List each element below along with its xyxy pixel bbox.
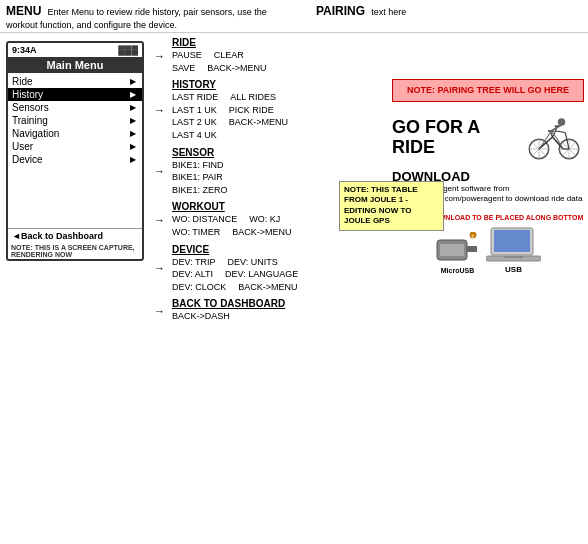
device-note: NOTE: THIS IS A SCREEN CAPTURE, RENDERIN…	[8, 243, 142, 259]
svg-line-23	[547, 131, 552, 139]
device-screen: 9:34A ▓▓▓ Main Menu Ride▶ History▶ Senso…	[6, 41, 144, 261]
ride-arrow: →	[154, 50, 165, 62]
history-title: HISTORY	[172, 79, 388, 90]
table-row: DEV: TRIPDEV: UNITS	[172, 256, 388, 269]
back-title: BACK TO DASHBOARD	[172, 298, 388, 309]
header-pairing-section: PAIRING text here	[316, 4, 406, 18]
sensor-arrow: →	[154, 165, 165, 177]
device-menu-item-training[interactable]: Training▶	[8, 114, 142, 127]
svg-line-14	[556, 131, 566, 133]
pairing-header-title: PAIRING	[316, 4, 365, 18]
arrow-icon: ▶	[130, 142, 136, 151]
device-menu-item-navigation[interactable]: Navigation▶	[8, 127, 142, 140]
ride-rows: PAUSECLEAR SAVEBACK->MENU	[172, 49, 388, 74]
device-menu-item-user[interactable]: User▶	[8, 140, 142, 153]
device-menu-list: Ride▶ History▶ Sensors▶ Training▶ Naviga…	[8, 73, 142, 228]
table-row: BIKE1: FIND	[172, 159, 388, 172]
table-row: BACK->DASH	[172, 310, 388, 323]
laptop-icon	[486, 225, 541, 265]
svg-rect-29	[467, 246, 477, 252]
svg-text:C: C	[472, 234, 475, 239]
header-menu-section: MENU Enter Menu to review ride history, …	[6, 4, 296, 30]
menu-header-description: Enter Menu to review ride history, pair …	[6, 7, 267, 30]
table-row: LAST 2 UKBACK->MENU	[172, 116, 388, 129]
arrow-icon: ▶	[130, 116, 136, 125]
device-menu-item-ride[interactable]: Ride▶	[8, 75, 142, 88]
svg-line-22	[557, 125, 562, 127]
bottom-icons: C MicroUSB USB	[392, 225, 584, 274]
table-row: LAST 1 UKPICK RIDE	[172, 104, 388, 117]
menu-header-title: MENU	[6, 4, 41, 18]
svg-line-15	[565, 132, 569, 149]
main-content: 9:34A ▓▓▓ Main Menu Ride▶ History▶ Senso…	[0, 33, 588, 544]
device-menu-item-device[interactable]: Device▶	[8, 153, 142, 166]
arrow-icon: ▶	[130, 155, 136, 164]
svg-rect-35	[504, 256, 523, 258]
sensor-note-box: NOTE: THIS TABLE FROM JOULE 1 - EDITING …	[339, 181, 444, 231]
back-section: → BACK TO DASHBOARD BACK->DASH	[154, 298, 388, 323]
svg-rect-33	[494, 230, 530, 252]
history-rows: LAST RIDEALL RIDES LAST 1 UKPICK RIDE LA…	[172, 91, 388, 141]
menu-diagram: → RIDE PAUSECLEAR SAVEBACK->MENU → HISTO…	[144, 33, 388, 544]
device-rows: DEV: TRIPDEV: UNITS DEV: ALTIDEV: LANGUA…	[172, 256, 388, 294]
back-arrow: →	[154, 305, 165, 317]
device-arrow: →	[154, 262, 165, 274]
table-row: LAST RIDEALL RIDES	[172, 91, 388, 104]
arrow-icon: ▶	[130, 90, 136, 99]
device-title-bar: Main Menu	[8, 57, 142, 73]
device-section: → DEVICE DEV: TRIPDEV: UNITS DEV: ALTIDE…	[154, 244, 388, 294]
arrow-icon: ▶	[130, 77, 136, 86]
device-back-button[interactable]: ◄Back to Dashboard	[8, 228, 142, 243]
go-for-ride-section: GO FOR A RIDE	[392, 116, 584, 161]
battery-icon: ▓▓▓	[118, 45, 138, 55]
svg-point-20	[558, 118, 566, 126]
cyclist-icon	[524, 116, 584, 161]
device-menu-item-sensors[interactable]: Sensors▶	[8, 101, 142, 114]
svg-rect-28	[440, 244, 464, 256]
device-status-bar: 9:34A ▓▓▓	[8, 43, 142, 57]
table-row: DEV: CLOCKBACK->MENU	[172, 281, 388, 294]
usb-label: USB	[505, 265, 522, 274]
table-row: DEV: ALTIDEV: LANGUAGE	[172, 268, 388, 281]
device-connector-icon: C	[435, 232, 480, 267]
device-menu-item-history[interactable]: History▶	[8, 88, 142, 101]
micro-usb-label: MicroUSB	[441, 267, 474, 274]
back-rows: BACK->DASH	[172, 310, 388, 323]
history-arrow: →	[154, 104, 165, 116]
sensor-title: SENSOR	[172, 147, 388, 158]
pairing-header-description: text here	[371, 7, 406, 17]
device-title: DEVICE	[172, 244, 388, 255]
right-column: NOTE: PAIRING TREE WILL GO HERE GO FOR A…	[388, 33, 588, 544]
pairing-note-box: NOTE: PAIRING TREE WILL GO HERE	[392, 79, 584, 102]
table-row: SAVEBACK->MENU	[172, 62, 388, 75]
arrow-icon: ▶	[130, 103, 136, 112]
ride-section: → RIDE PAUSECLEAR SAVEBACK->MENU	[154, 37, 388, 74]
arrow-icon: ▶	[130, 129, 136, 138]
history-section: → HISTORY LAST RIDEALL RIDES LAST 1 UKPI…	[154, 79, 388, 141]
table-row: LAST 4 UK	[172, 129, 388, 142]
device-connector-group: C MicroUSB	[435, 232, 480, 274]
header-bar: MENU Enter Menu to review ride history, …	[0, 0, 588, 33]
workout-arrow: →	[154, 214, 165, 226]
laptop-group: USB	[486, 225, 541, 274]
device-time: 9:34A	[12, 45, 37, 55]
ride-title: RIDE	[172, 37, 388, 48]
go-for-ride-text: GO FOR A RIDE	[392, 118, 518, 158]
table-row: PAUSECLEAR	[172, 49, 388, 62]
